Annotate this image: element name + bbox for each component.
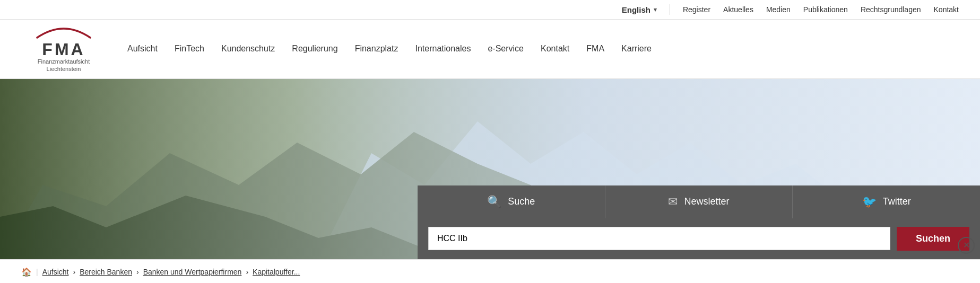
- tab-twitter-label: Twitter: [883, 196, 911, 207]
- nav-item-kundenschutz[interactable]: Kundenschutz: [221, 40, 275, 58]
- breadcrumb-banken[interactable]: Banken und Wertpapierfirmen: [143, 268, 242, 276]
- top-bar-rechtsgrundlagen-link[interactable]: Rechtsgrundlagen: [861, 5, 921, 14]
- top-bar-publikationen-link[interactable]: Publikationen: [803, 5, 848, 14]
- overlay-tabs: 🔍 Suche ✉ Newsletter 🐦 Twitter: [418, 185, 980, 218]
- nav-item-karriere[interactable]: Karriere: [621, 40, 652, 58]
- top-bar-medien-link[interactable]: Medien: [766, 5, 791, 14]
- breadcrumb-sep-2: ›: [136, 268, 139, 276]
- breadcrumb-sep-1: ›: [73, 268, 75, 276]
- close-button[interactable]: ✕: [958, 237, 975, 254]
- header: FMA Finanzmarktaufsicht Liechtenstein Au…: [0, 20, 980, 79]
- nav-item-finanzplatz[interactable]: Finanzplatz: [355, 40, 398, 58]
- breadcrumb-sep-3: ›: [246, 268, 248, 276]
- nav-item-fma[interactable]: FMA: [586, 40, 604, 58]
- breadcrumb-pipe: |: [36, 268, 38, 276]
- chevron-down-icon: ▾: [654, 6, 657, 13]
- tab-newsletter[interactable]: ✉ Newsletter: [605, 185, 793, 218]
- top-bar-register-link[interactable]: Register: [683, 5, 710, 14]
- top-bar-divider: [670, 4, 670, 15]
- logo-area: FMA Finanzmarktaufsicht Liechtenstein: [21, 25, 106, 73]
- nav-item-fintech[interactable]: FinTech: [175, 40, 204, 58]
- tab-newsletter-label: Newsletter: [684, 196, 729, 207]
- logo-subtitle: Finanzmarktaufsicht Liechtenstein: [38, 58, 90, 73]
- overlay-panel: 🔍 Suche ✉ Newsletter 🐦 Twitter Suchen ✕: [418, 185, 980, 259]
- tab-suche-label: Suche: [508, 196, 535, 207]
- nav-item-kontakt[interactable]: Kontakt: [541, 40, 569, 58]
- language-selector[interactable]: English ▾: [622, 5, 657, 14]
- logo-arc-icon: [32, 25, 96, 40]
- mail-icon: ✉: [668, 195, 678, 209]
- top-bar-kontakt-link[interactable]: Kontakt: [934, 5, 959, 14]
- top-bar-aktuelles-link[interactable]: Aktuelles: [723, 5, 753, 14]
- search-icon: 🔍: [487, 195, 501, 209]
- nav-item-regulierung[interactable]: Regulierung: [292, 40, 337, 58]
- hero-banner: 🔍 Suche ✉ Newsletter 🐦 Twitter Suchen ✕: [0, 79, 980, 259]
- nav-item-aufsicht[interactable]: Aufsicht: [127, 40, 158, 58]
- main-nav: Aufsicht FinTech Kundenschutz Regulierun…: [127, 40, 959, 58]
- breadcrumb-kapitalpuffer[interactable]: Kapitalpuffer...: [253, 268, 300, 276]
- nav-item-eservice[interactable]: e-Service: [488, 40, 524, 58]
- home-icon[interactable]: 🏠: [21, 267, 32, 277]
- top-bar: English ▾ Register Aktuelles Medien Publ…: [0, 0, 980, 20]
- tab-twitter[interactable]: 🐦 Twitter: [793, 185, 980, 218]
- breadcrumb-bereich-banken[interactable]: Bereich Banken: [80, 268, 132, 276]
- breadcrumb-aufsicht[interactable]: Aufsicht: [42, 268, 69, 276]
- overlay-search-area: Suchen: [418, 218, 980, 259]
- tab-suche[interactable]: 🔍 Suche: [418, 185, 605, 218]
- logo-fma-text[interactable]: FMA: [42, 41, 85, 58]
- nav-item-internationales[interactable]: Internationales: [415, 40, 471, 58]
- language-label: English: [622, 5, 651, 14]
- twitter-icon: 🐦: [862, 195, 877, 209]
- breadcrumb-bar: 🏠 | Aufsicht › Bereich Banken › Banken u…: [0, 259, 980, 283]
- search-input[interactable]: [428, 227, 890, 250]
